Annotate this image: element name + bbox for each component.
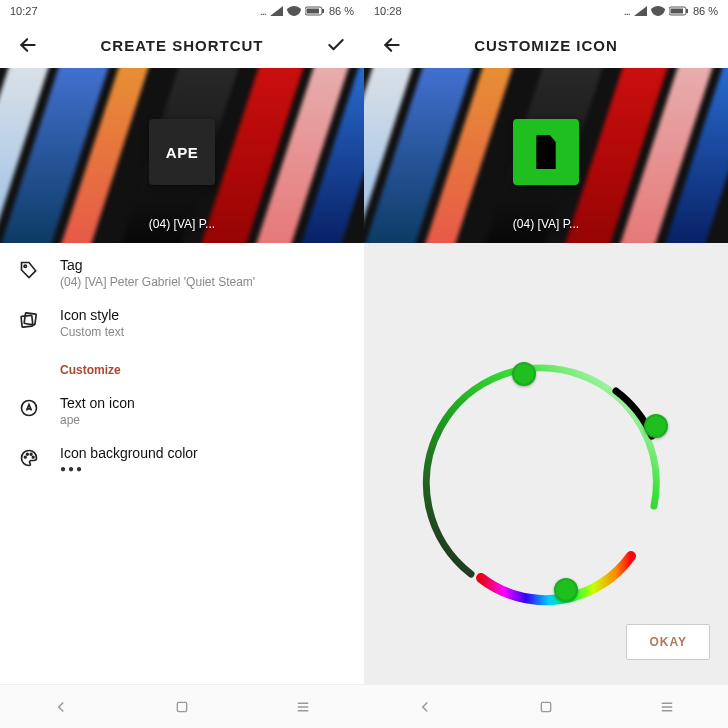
signal-icon bbox=[634, 6, 647, 16]
palette-icon bbox=[18, 447, 40, 469]
svg-point-11 bbox=[32, 456, 34, 458]
nav-back[interactable] bbox=[395, 685, 455, 729]
svg-rect-1 bbox=[322, 9, 324, 13]
nav-recent-icon bbox=[294, 698, 312, 716]
style-icon bbox=[18, 309, 40, 331]
svg-rect-17 bbox=[686, 9, 688, 13]
section-customize: Customize bbox=[60, 363, 346, 377]
screen-create-shortcut: 10:27 ... 86 % Create shortcut APE bbox=[0, 0, 364, 728]
nav-home-icon bbox=[174, 699, 190, 715]
brightness-handle[interactable] bbox=[644, 414, 668, 438]
spacer bbox=[684, 29, 716, 61]
signal-secondary-icon: ... bbox=[260, 5, 266, 17]
page-title: Customize icon bbox=[408, 37, 684, 54]
nav-recent-icon bbox=[658, 698, 676, 716]
tile-text: APE bbox=[166, 144, 198, 161]
icon-preview: (04) [VA] P... bbox=[364, 68, 728, 243]
options-list: Tag (04) [VA] Peter Gabriel 'Quiet Steam… bbox=[0, 243, 364, 488]
status-icons: ... 86 % bbox=[624, 5, 718, 17]
row-icon-style[interactable]: Icon style Custom text bbox=[18, 307, 346, 339]
svg-rect-5 bbox=[24, 313, 36, 325]
arrow-left-icon bbox=[18, 35, 38, 55]
color-wheel-svg bbox=[416, 356, 676, 616]
status-bar: 10:27 ... 86 % bbox=[0, 0, 364, 22]
wifi-icon bbox=[651, 6, 665, 16]
color-wheel[interactable] bbox=[416, 356, 676, 616]
svg-point-9 bbox=[27, 453, 29, 455]
wifi-icon bbox=[287, 6, 301, 16]
nav-back-icon bbox=[52, 698, 70, 716]
svg-rect-20 bbox=[541, 702, 550, 711]
shortcut-icon-tile: APE bbox=[149, 119, 215, 185]
row-value: Custom text bbox=[60, 325, 124, 339]
text-icon bbox=[18, 397, 40, 419]
nav-bar bbox=[0, 684, 364, 728]
row-value: (04) [VA] Peter Gabriel 'Quiet Steam' bbox=[60, 275, 255, 289]
icon-preview: APE (04) [VA] P... bbox=[0, 68, 364, 243]
hue-handle[interactable] bbox=[554, 578, 578, 602]
battery-percent: 86 % bbox=[693, 5, 718, 17]
check-icon bbox=[326, 35, 346, 55]
nav-recent[interactable] bbox=[637, 685, 697, 729]
status-time: 10:27 bbox=[10, 5, 38, 17]
nav-bar bbox=[364, 684, 728, 728]
status-icons: ... 86 % bbox=[260, 5, 354, 17]
page-title: Create shortcut bbox=[44, 37, 320, 54]
back-button[interactable] bbox=[12, 29, 44, 61]
row-label: Text on icon bbox=[60, 395, 135, 411]
svg-point-8 bbox=[24, 456, 26, 458]
row-value: ape bbox=[60, 413, 135, 427]
app-bar: Create shortcut bbox=[0, 22, 364, 68]
svg-point-10 bbox=[30, 453, 32, 455]
row-label: Icon style bbox=[60, 307, 124, 323]
battery-icon bbox=[305, 6, 325, 16]
file-icon bbox=[531, 135, 561, 169]
nav-home[interactable] bbox=[516, 685, 576, 729]
row-bg-color[interactable]: Icon background color ●●● bbox=[18, 445, 346, 474]
svg-rect-2 bbox=[306, 9, 319, 14]
battery-percent: 86 % bbox=[329, 5, 354, 17]
svg-rect-6 bbox=[21, 315, 33, 327]
nav-back[interactable] bbox=[31, 685, 91, 729]
status-time: 10:28 bbox=[374, 5, 402, 17]
nav-recent[interactable] bbox=[273, 685, 333, 729]
app-bar: Customize icon bbox=[364, 22, 728, 68]
shortcut-caption: (04) [VA] P... bbox=[149, 217, 215, 231]
row-value: ●●● bbox=[60, 463, 198, 474]
status-bar: 10:28 ... 86 % bbox=[364, 0, 728, 22]
row-text-on-icon[interactable]: Text on icon ape bbox=[18, 395, 346, 427]
nav-home-icon bbox=[538, 699, 554, 715]
okay-button[interactable]: OKAY bbox=[626, 624, 710, 660]
tag-icon bbox=[18, 259, 40, 281]
battery-icon bbox=[669, 6, 689, 16]
svg-rect-18 bbox=[670, 9, 683, 14]
nav-home[interactable] bbox=[152, 685, 212, 729]
shortcut-caption: (04) [VA] P... bbox=[513, 217, 579, 231]
row-label: Tag bbox=[60, 257, 255, 273]
row-label: Icon background color bbox=[60, 445, 198, 461]
nav-back-icon bbox=[416, 698, 434, 716]
confirm-button[interactable] bbox=[320, 29, 352, 61]
svg-point-4 bbox=[24, 265, 27, 268]
row-tag[interactable]: Tag (04) [VA] Peter Gabriel 'Quiet Steam… bbox=[18, 257, 346, 289]
back-button[interactable] bbox=[376, 29, 408, 61]
screen-customize-icon: 10:28 ... 86 % Customize icon (04) [V bbox=[364, 0, 728, 728]
shortcut-icon-tile bbox=[513, 119, 579, 185]
saturation-handle[interactable] bbox=[512, 362, 536, 386]
signal-icon bbox=[270, 6, 283, 16]
arrow-left-icon bbox=[382, 35, 402, 55]
svg-rect-12 bbox=[177, 702, 186, 711]
signal-secondary-icon: ... bbox=[624, 5, 630, 17]
